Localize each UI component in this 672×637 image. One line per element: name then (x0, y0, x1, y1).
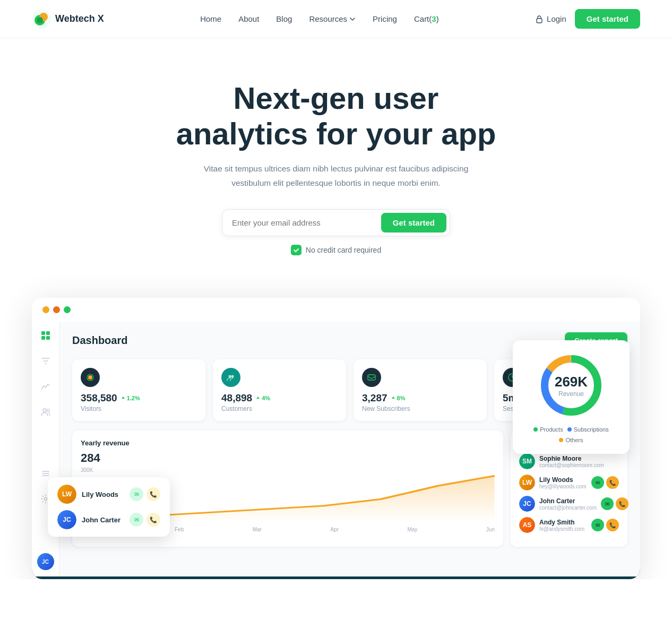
fc-name-lily: Lily Woods (82, 490, 118, 498)
fc-icons-john: ✉ 📞 (130, 513, 160, 527)
svg-rect-4 (537, 19, 542, 23)
legend-others: Others (559, 437, 583, 443)
revenue-donut: 269K Revenue Products Subscriptions (523, 351, 619, 443)
contact-row: AS Andy Smith hi@andysmith.com ✉ 📞 (519, 517, 619, 533)
nav-get-started-button[interactable]: Get started (575, 9, 640, 29)
hero-cta-button[interactable]: Get started (381, 213, 446, 233)
contact-row: SM Sophie Moore contact@sophiemoore.com (519, 453, 619, 469)
contact-info-john: John Carter contact@johncarter.com (539, 497, 597, 511)
legend-dot-others (559, 438, 563, 442)
logo[interactable]: Webtech X (32, 10, 104, 29)
fc-phone-icon-john[interactable]: 📞 (147, 513, 160, 527)
revenue-legend: Products Subscriptions Others (523, 426, 619, 443)
nav-home[interactable]: Home (200, 14, 221, 23)
stat-card-customers: 48,898 4% Customers (213, 359, 346, 421)
svg-point-10 (47, 409, 49, 412)
stat-label-visitors: Visitors (81, 405, 197, 412)
nav-about[interactable]: About (238, 14, 259, 23)
fc-avatar-john: JC (57, 510, 76, 529)
sidebar-user-avatar[interactable]: JC (37, 553, 54, 570)
lock-icon (535, 15, 544, 23)
fc-email-icon-lily[interactable]: ✉ (130, 487, 143, 501)
stat-value-subscribers: 3,287 8% (362, 392, 478, 404)
phone-action-andy[interactable]: 📞 (606, 519, 619, 531)
svg-point-14 (229, 375, 231, 378)
email-action-andy[interactable]: ✉ (591, 519, 604, 531)
nav-actions: Login Get started (535, 9, 640, 29)
contact-avatar-john: JC (519, 496, 535, 512)
fc-avatar-lily: LW (57, 485, 76, 504)
sidebar-icon-filter[interactable] (38, 354, 53, 368)
donut-value: 269K Revenue (555, 374, 588, 398)
svg-rect-6 (46, 331, 50, 335)
contact-name: Lily Woods (539, 476, 587, 484)
nav-cart[interactable]: Cart(3) (414, 14, 439, 23)
logo-icon (32, 10, 51, 29)
hero-headline: Next-gen user analytics for your app (150, 81, 522, 151)
stat-change-visitors: 1.2% (120, 395, 140, 401)
contact-avatar-lily: LW (519, 475, 535, 490)
contact-avatar-sophie: SM (519, 453, 535, 469)
sidebar-icon-chart[interactable] (38, 379, 53, 394)
svg-rect-5 (41, 331, 45, 335)
sidebar-icon-grid[interactable] (38, 328, 53, 343)
stat-value-customers: 48,898 4% (221, 392, 338, 404)
chart-title: Yearly revenue (81, 439, 495, 447)
window-dot-green (64, 306, 71, 313)
dashboard-title: Dashboard (72, 334, 127, 347)
contact-actions-andy: ✉ 📞 (591, 519, 619, 531)
contact-row: JC John Carter contact@johncarter.com ✉ … (519, 496, 619, 512)
stat-card-subscribers: 3,287 8% New Subscribers (354, 359, 487, 421)
nav-resources[interactable]: Resources (309, 14, 356, 23)
check-icon (291, 245, 301, 255)
window-dot-orange (53, 306, 60, 313)
stat-value-visitors: 358,580 1.2% (81, 392, 197, 404)
contact-name: John Carter (539, 497, 597, 505)
svg-point-3 (37, 17, 43, 23)
svg-point-12 (88, 375, 92, 380)
sidebar-icon-users[interactable] (38, 404, 53, 419)
chart-value: 284 (81, 451, 495, 465)
email-action-john[interactable]: ✉ (601, 497, 614, 510)
email-action-lily[interactable]: ✉ (591, 476, 604, 489)
legend-dot-products (533, 427, 538, 432)
stat-icon-customers (221, 368, 240, 387)
fc-row-john: JC John Carter ✉ 📞 (57, 510, 160, 529)
fc-name-john: John Carter (82, 516, 120, 524)
contact-info-andy: Andy Smith hi@andysmith.com (539, 519, 584, 532)
stat-label-customers: Customers (221, 405, 338, 412)
stat-change-customers: 4% (255, 395, 270, 401)
donut-chart: 269K Revenue (537, 351, 606, 420)
contact-row: LW Lily Woods hey@lilywoods.com ✉ 📞 (519, 475, 619, 490)
fc-row-lily: LW Lily Woods ✉ 📞 (57, 485, 160, 504)
fc-phone-icon-lily[interactable]: 📞 (147, 487, 160, 501)
svg-rect-7 (41, 336, 45, 340)
contact-email: contact@sophiemoore.com (539, 462, 604, 468)
brand-name: Webtech X (55, 13, 104, 24)
mockup-section: JC Dashboard Create report 358,58 (0, 277, 672, 579)
contact-email: hi@andysmith.com (539, 526, 584, 532)
contact-info-sophie: Sophie Moore contact@sophiemoore.com (539, 455, 604, 468)
stat-card-visitors: 358,580 1.2% Visitors (72, 359, 205, 421)
phone-action-john[interactable]: 📞 (616, 497, 628, 510)
svg-rect-8 (46, 336, 50, 340)
floating-contacts-card: LW Lily Woods ✉ 📞 JC John Carter ✉ 📞 (48, 477, 170, 537)
login-button[interactable]: Login (535, 14, 566, 23)
contact-avatar-andy: AS (519, 517, 535, 533)
legend-dot-subscriptions (567, 427, 572, 432)
nav-pricing[interactable]: Pricing (373, 14, 397, 23)
nav-blog[interactable]: Blog (276, 14, 292, 23)
hero-subtitle: Vitae sit tempus ultrices diam nibh lect… (203, 162, 469, 190)
hero-section: Next-gen user analytics for your app Vit… (0, 38, 672, 277)
fc-email-icon-john[interactable]: ✉ (130, 513, 143, 527)
fc-icons-lily: ✉ 📞 (130, 487, 160, 501)
contact-name: Sophie Moore (539, 455, 604, 462)
phone-action-lily[interactable]: 📞 (606, 476, 619, 489)
contact-email: hey@lilywoods.com (539, 484, 587, 489)
stat-change-subscribers: 8% (391, 395, 406, 401)
email-input[interactable] (232, 218, 381, 227)
no-credit-card-notice: No credit card required (11, 245, 661, 255)
legend-products: Products (533, 426, 563, 433)
email-form: Get started (222, 209, 450, 236)
nav-links: Home About Blog Resources Pricing Cart(3… (200, 14, 439, 23)
